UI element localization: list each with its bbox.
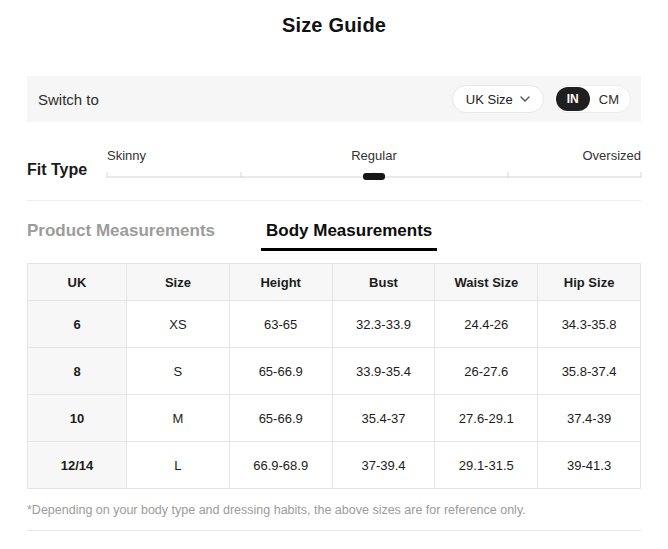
fit-slider-handle[interactable]: [363, 173, 385, 180]
cell-bust: 32.3-33.9: [332, 301, 435, 348]
fit-option-regular[interactable]: Regular: [351, 148, 397, 163]
col-header-hip: Hip Size: [538, 264, 641, 301]
slider-tick: [641, 172, 642, 178]
chevron-down-icon: [520, 96, 530, 102]
cell-uk: 6: [28, 301, 127, 348]
cell-uk: 8: [28, 348, 127, 395]
switch-to-label: Switch to: [38, 91, 99, 108]
size-standard-dropdown[interactable]: UK Size: [452, 85, 544, 113]
table-row: 6 XS 63-65 32.3-33.9 24.4-26 34.3-35.8: [28, 301, 641, 348]
cell-height: 65-66.9: [229, 348, 332, 395]
fit-option-oversized[interactable]: Oversized: [582, 148, 641, 163]
col-header-size: Size: [127, 264, 230, 301]
cell-hip: 37.4-39: [538, 395, 641, 442]
divider: [27, 200, 641, 201]
fit-type-options: Skinny Regular Oversized: [107, 148, 641, 163]
unit-toggle[interactable]: IN CM: [553, 85, 631, 113]
fit-type-label: Fit Type: [27, 161, 107, 180]
cell-size: M: [127, 395, 230, 442]
size-guide-panel: Size Guide Switch to UK Size IN CM Fit T…: [0, 0, 668, 549]
measurement-tabs: Product Measurements Body Measurements: [27, 221, 641, 251]
cell-waist: 26-27.6: [435, 348, 538, 395]
slider-tick: [507, 172, 508, 178]
cell-height: 66.9-68.9: [229, 442, 332, 489]
tab-body-measurements[interactable]: Body Measurements: [266, 221, 432, 251]
cell-waist: 29.1-31.5: [435, 442, 538, 489]
unit-option-cm[interactable]: CM: [590, 92, 628, 107]
unit-option-in[interactable]: IN: [556, 87, 590, 111]
cell-hip: 35.8-37.4: [538, 348, 641, 395]
fit-option-skinny[interactable]: Skinny: [107, 148, 146, 163]
col-header-waist: Waist Size: [435, 264, 538, 301]
cell-hip: 39-41.3: [538, 442, 641, 489]
fit-slider-track[interactable]: [107, 171, 641, 180]
col-header-bust: Bust: [332, 264, 435, 301]
cell-waist: 24.4-26: [435, 301, 538, 348]
cell-bust: 37-39.4: [332, 442, 435, 489]
cell-hip: 34.3-35.8: [538, 301, 641, 348]
slider-tick: [107, 172, 108, 178]
divider: [27, 530, 641, 531]
fit-type-slider[interactable]: Skinny Regular Oversized: [107, 148, 641, 180]
reference-footnote: *Depending on your body type and dressin…: [27, 503, 641, 517]
cell-uk: 10: [28, 395, 127, 442]
unit-switch-bar: Switch to UK Size IN CM: [27, 76, 641, 122]
cell-size: S: [127, 348, 230, 395]
table-row: 10 M 65-66.9 35.4-37 27.6-29.1 37.4-39: [28, 395, 641, 442]
cell-height: 63-65: [229, 301, 332, 348]
switch-controls: UK Size IN CM: [452, 85, 631, 113]
table-row: 8 S 65-66.9 33.9-35.4 26-27.6 35.8-37.4: [28, 348, 641, 395]
size-standard-value: UK Size: [466, 92, 513, 107]
table-header-row: UK Size Height Bust Waist Size Hip Size: [28, 264, 641, 301]
tab-product-measurements[interactable]: Product Measurements: [27, 221, 215, 251]
cell-bust: 33.9-35.4: [332, 348, 435, 395]
cell-bust: 35.4-37: [332, 395, 435, 442]
cell-size: L: [127, 442, 230, 489]
fit-type-section: Fit Type Skinny Regular Oversized: [27, 148, 641, 180]
cell-height: 65-66.9: [229, 395, 332, 442]
cell-size: XS: [127, 301, 230, 348]
cell-uk: 12/14: [28, 442, 127, 489]
col-header-uk: UK: [28, 264, 127, 301]
size-table: UK Size Height Bust Waist Size Hip Size …: [27, 263, 641, 489]
col-header-height: Height: [229, 264, 332, 301]
page-title: Size Guide: [0, 14, 668, 37]
cell-waist: 27.6-29.1: [435, 395, 538, 442]
table-row: 12/14 L 66.9-68.9 37-39.4 29.1-31.5 39-4…: [28, 442, 641, 489]
slider-tick: [240, 172, 241, 178]
